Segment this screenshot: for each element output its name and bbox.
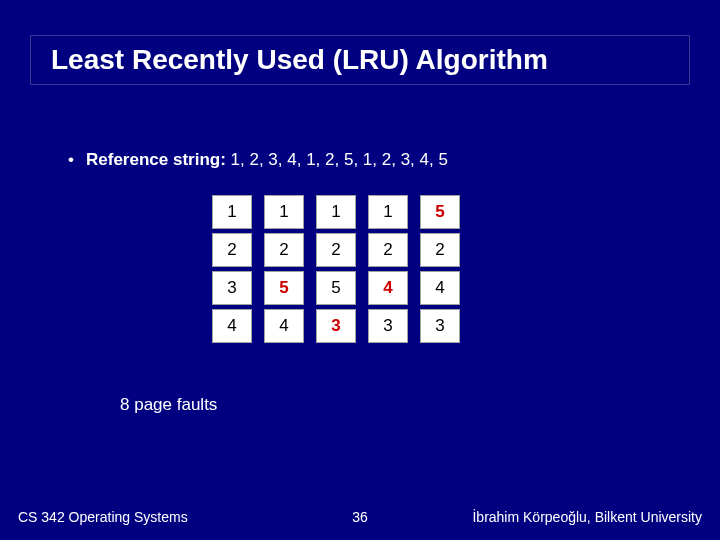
table-column: 1254: [264, 195, 304, 347]
slide-title: Least Recently Used (LRU) Algorithm: [51, 44, 548, 76]
table-cell: 4: [368, 271, 408, 305]
bullet-icon: •: [68, 150, 86, 170]
page-faults-text: 8 page faults: [120, 395, 217, 415]
lru-table: 12341254125312435243: [212, 195, 460, 347]
reference-string-values: 1, 2, 3, 4, 1, 2, 5, 1, 2, 3, 4, 5: [231, 150, 448, 169]
table-cell: 2: [316, 233, 356, 267]
table-cell: 3: [420, 309, 460, 343]
table-column: 1253: [316, 195, 356, 347]
reference-string-label: Reference string:: [86, 150, 231, 169]
table-cell: 2: [420, 233, 460, 267]
table-column: 5243: [420, 195, 460, 347]
table-cell: 4: [420, 271, 460, 305]
table-cell: 4: [264, 309, 304, 343]
table-cell: 1: [368, 195, 408, 229]
reference-string-row: • Reference string: 1, 2, 3, 4, 1, 2, 5,…: [68, 150, 448, 170]
table-cell: 1: [264, 195, 304, 229]
table-column: 1234: [212, 195, 252, 347]
footer-right: İbrahim Körpeoğlu, Bilkent University: [472, 509, 702, 525]
table-cell: 2: [264, 233, 304, 267]
footer-left: CS 342 Operating Systems: [18, 509, 188, 525]
table-cell: 5: [264, 271, 304, 305]
table-cell: 4: [212, 309, 252, 343]
table-cell: 5: [420, 195, 460, 229]
slide: Least Recently Used (LRU) Algorithm • Re…: [0, 0, 720, 540]
table-cell: 3: [212, 271, 252, 305]
title-box: Least Recently Used (LRU) Algorithm: [30, 35, 690, 85]
table-cell: 5: [316, 271, 356, 305]
table-cell: 1: [316, 195, 356, 229]
footer-page-number: 36: [352, 509, 368, 525]
table-cell: 1: [212, 195, 252, 229]
table-cell: 2: [368, 233, 408, 267]
table-column: 1243: [368, 195, 408, 347]
table-cell: 2: [212, 233, 252, 267]
table-cell: 3: [368, 309, 408, 343]
table-cell: 3: [316, 309, 356, 343]
